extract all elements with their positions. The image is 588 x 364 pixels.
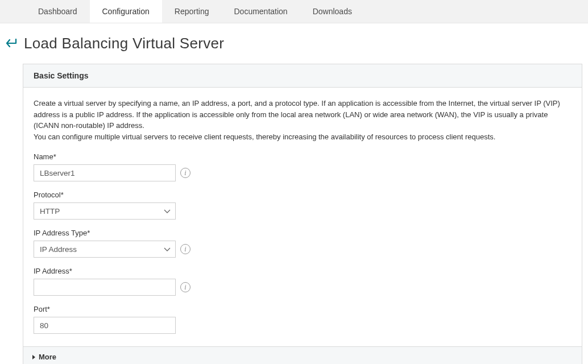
protocol-select[interactable]: HTTP	[34, 202, 176, 220]
ip-type-select[interactable]: IP Address	[34, 241, 176, 258]
tab-dashboard[interactable]: Dashboard	[26, 0, 90, 23]
name-label: Name*	[34, 152, 572, 161]
protocol-label: Protocol*	[34, 191, 572, 199]
page-title: Load Balancing Virtual Server	[24, 35, 224, 52]
more-toggle[interactable]: More	[23, 346, 582, 364]
ip-address-input[interactable]	[34, 279, 176, 296]
port-label: Port*	[34, 305, 572, 313]
panel-header: Basic Settings	[23, 64, 582, 88]
tab-downloads[interactable]: Downloads	[300, 0, 365, 23]
ip-type-label: IP Address Type*	[34, 229, 572, 237]
port-input[interactable]	[34, 317, 176, 334]
tab-reporting[interactable]: Reporting	[162, 0, 222, 23]
help-text: Create a virtual server by specifying a …	[34, 98, 572, 142]
info-icon[interactable]: i	[180, 168, 191, 178]
tab-documentation[interactable]: Documentation	[221, 0, 300, 23]
back-icon[interactable]	[6, 39, 18, 49]
basic-settings-panel: Basic Settings Create a virtual server b…	[23, 64, 582, 364]
info-icon[interactable]: i	[180, 244, 191, 254]
ip-address-label: IP Address*	[34, 267, 572, 275]
caret-right-icon	[32, 355, 35, 359]
help-line-2: You can configure multiple virtual serve…	[34, 133, 495, 141]
info-icon[interactable]: i	[180, 282, 191, 292]
tab-configuration[interactable]: Configuration	[90, 0, 162, 23]
top-nav: Dashboard Configuration Reporting Docume…	[0, 0, 588, 23]
more-label: More	[39, 353, 56, 361]
name-input[interactable]	[34, 164, 176, 181]
help-line-1: Create a virtual server by specifying a …	[34, 99, 560, 130]
